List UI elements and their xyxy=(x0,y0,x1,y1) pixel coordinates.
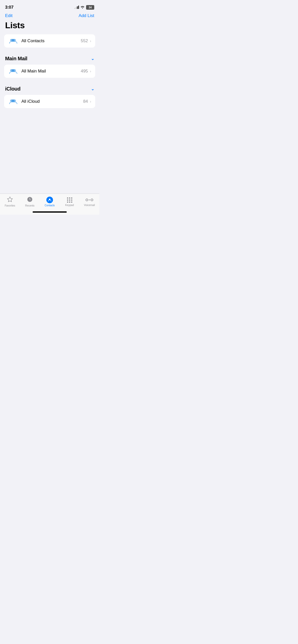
all-main-mail-chevron: › xyxy=(90,69,91,73)
tab-contacts[interactable]: Contacts xyxy=(40,197,60,207)
all-contacts-chevron: › xyxy=(90,39,91,43)
add-list-button[interactable]: Add List xyxy=(79,13,94,18)
svg-point-2 xyxy=(13,39,16,41)
all-icloud-row[interactable]: All iCloud 84 › xyxy=(4,95,95,108)
home-indicator xyxy=(33,211,67,213)
group-icon xyxy=(8,68,18,74)
page-title: Lists xyxy=(0,19,99,34)
main-mail-title: Main Mail xyxy=(5,56,27,62)
icloud-section: iCloud ⌄ All iCloud 84 › xyxy=(0,84,99,108)
icloud-title: iCloud xyxy=(5,86,20,92)
all-contacts-card: All Contacts 552 › xyxy=(4,34,95,48)
group-icon xyxy=(8,38,18,44)
status-time: 3:07 xyxy=(5,5,13,10)
favorites-icon xyxy=(7,196,13,203)
group-icon xyxy=(8,98,18,105)
all-icloud-label: All iCloud xyxy=(21,99,83,104)
nav-bar: Edit Add List xyxy=(0,11,99,19)
tab-recents[interactable]: Recents xyxy=(20,196,40,207)
icloud-header[interactable]: iCloud ⌄ xyxy=(4,84,95,95)
voicemail-label: Voicemail xyxy=(84,204,95,207)
tab-keypad[interactable]: Keypad xyxy=(60,197,79,207)
all-icloud-chevron: › xyxy=(90,99,91,104)
keypad-label: Keypad xyxy=(65,204,74,207)
svg-point-8 xyxy=(13,99,16,102)
status-bar: 3:07 34 xyxy=(0,0,99,11)
tab-favorites[interactable]: Favorites xyxy=(0,196,20,207)
contacts-icon xyxy=(46,197,53,203)
icloud-card: All iCloud 84 › xyxy=(4,95,95,108)
icloud-chevron: ⌄ xyxy=(91,86,94,91)
svg-point-5 xyxy=(13,69,16,72)
main-mail-chevron: ⌄ xyxy=(91,56,94,61)
all-main-mail-label: All Main Mail xyxy=(21,69,81,74)
battery-icon: 34 xyxy=(86,5,94,10)
all-contacts-row[interactable]: All Contacts 552 › xyxy=(4,34,95,48)
contacts-label: Contacts xyxy=(45,204,55,207)
all-contacts-label: All Contacts xyxy=(21,38,81,43)
main-mail-card: All Main Mail 495 › xyxy=(4,65,95,78)
edit-button[interactable]: Edit xyxy=(5,13,12,18)
favorites-label: Favorites xyxy=(5,204,15,207)
main-mail-header[interactable]: Main Mail ⌄ xyxy=(4,54,95,65)
all-icloud-count: 84 xyxy=(83,99,88,104)
wifi-icon xyxy=(80,6,85,9)
main-mail-section: Main Mail ⌄ All Main Mail 495 › xyxy=(0,54,99,78)
voicemail-icon xyxy=(86,197,93,203)
recents-label: Recents xyxy=(25,204,35,207)
all-main-mail-row[interactable]: All Main Mail 495 › xyxy=(4,65,95,78)
all-contacts-section: All Contacts 552 › xyxy=(0,34,99,48)
signal-icon xyxy=(74,6,79,9)
keypad-icon xyxy=(67,197,72,203)
status-icons: 34 xyxy=(74,5,94,10)
recents-icon xyxy=(27,196,33,203)
tab-voicemail[interactable]: Voicemail xyxy=(79,197,99,207)
all-main-mail-count: 495 xyxy=(81,69,88,74)
all-contacts-count: 552 xyxy=(81,38,88,43)
